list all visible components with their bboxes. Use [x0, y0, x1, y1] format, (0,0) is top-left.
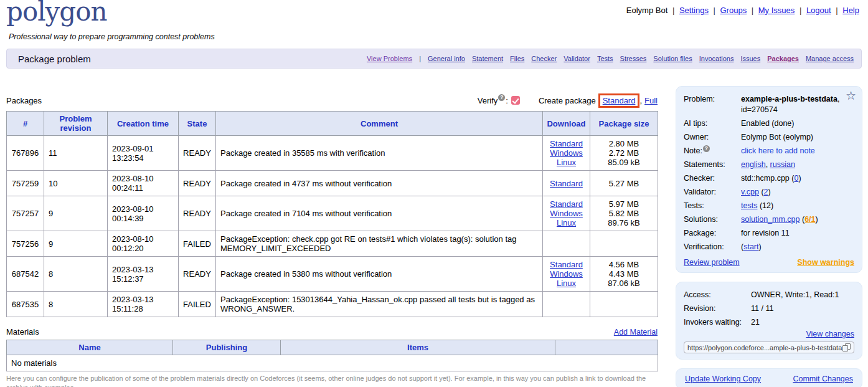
access-value: 11 / 11 — [751, 303, 773, 314]
download-windows-link[interactable]: Windows — [550, 269, 583, 279]
2-link[interactable]: 2 — [764, 188, 768, 196]
info-row: Tests:tests (12) — [684, 199, 854, 213]
info-label: Checker: — [684, 173, 741, 184]
package-size-cell: 2.80 MB2.72 MB85.09 kB — [590, 136, 658, 171]
start-link[interactable]: start — [743, 242, 758, 251]
polygon-page: polygon Professional way to prepare prog… — [0, 0, 868, 387]
my-issues-link[interactable]: My Issues — [758, 6, 795, 15]
download-standard-link[interactable]: Standard — [550, 179, 583, 188]
tab-issues[interactable]: Issues — [740, 55, 760, 62]
info-row: Verification:(start) — [684, 240, 854, 254]
nav-separator: | — [419, 55, 421, 62]
materials-toolbar-row: Materials Add Material — [6, 327, 658, 337]
update-working-copy-link[interactable]: Update Working Copy — [685, 375, 761, 383]
package-size-cell — [590, 292, 658, 317]
create-package-label: Create package — [539, 96, 596, 105]
main-content: Packages Verify?: Create package Standar… — [6, 91, 658, 387]
user-links: | Settings | Groups | My Issues | Logout… — [668, 6, 859, 15]
tab-statement[interactable]: Statement — [472, 55, 503, 62]
info-value: for revision 11 — [741, 228, 854, 239]
tab-checker[interactable]: Checker — [531, 55, 557, 62]
tab-validator[interactable]: Validator — [564, 55, 590, 62]
settings-link[interactable]: Settings — [679, 6, 709, 15]
help-icon[interactable]: ? — [498, 94, 505, 101]
logout-link[interactable]: Logout — [806, 6, 831, 15]
download-standard-link[interactable]: Standard — [550, 199, 583, 209]
access-label: Revision: — [684, 303, 751, 314]
column-header-problem-revision: Problem revision — [44, 112, 108, 136]
info-value: std::hcmp.cpp (0) — [741, 173, 854, 184]
tab-files[interactable]: Files — [510, 55, 524, 62]
download-linux-link[interactable]: Linux — [557, 158, 576, 167]
groups-link[interactable]: Groups — [720, 6, 747, 15]
tab-manage-access[interactable]: Manage access — [806, 55, 854, 62]
info-value: Eolymp Bot (eolymp) — [741, 132, 854, 143]
add-material-link[interactable]: Add Material — [614, 328, 658, 337]
comment-cell: Package created in 7104 ms without verif… — [216, 196, 543, 231]
materials-column-publishing: Publishing — [173, 340, 281, 355]
v-cpp-link[interactable]: v.cpp — [741, 188, 759, 196]
table-row: 75725692023-08-10 00:12:20FAILEDPackageE… — [7, 231, 658, 257]
column-header-download: Download — [543, 112, 590, 136]
comment-cell: PackageException: 153013644_Yahia_Hassan… — [216, 292, 543, 317]
access-label: Invokers waiting: — [684, 317, 751, 328]
view-problems-link[interactable]: View Problems — [367, 55, 412, 62]
download-cell — [543, 292, 590, 317]
download-cell: Standard — [543, 171, 590, 196]
revision-cell: 10 — [44, 171, 108, 196]
click-here-to-add-note-link[interactable]: click here to add note — [741, 146, 815, 155]
view-changes-link[interactable]: View changes — [806, 330, 854, 338]
creation-time-cell: 2023-09-01 13:23:54 — [108, 136, 179, 171]
user-name: Eolymp Bot — [626, 6, 668, 15]
info-value: click here to add note — [741, 146, 854, 156]
download-standard-link[interactable]: Standard — [550, 139, 583, 148]
package-id-cell: 757257 — [7, 196, 44, 231]
tab-invocations[interactable]: Invocations — [699, 55, 734, 62]
tab-solution-files[interactable]: Solution files — [653, 55, 692, 62]
download-linux-link[interactable]: Linux — [557, 218, 576, 227]
download-windows-link[interactable]: Windows — [550, 148, 583, 158]
package-id-cell: 687542 — [7, 257, 44, 292]
comment-cell: Package created in 4737 ms without verif… — [216, 171, 543, 196]
tests-link[interactable]: tests — [741, 201, 757, 210]
solution-mm-cpp-link[interactable]: solution_mm.cpp — [741, 215, 800, 224]
user-links-bar: Eolymp Bot | Settings | Groups | My Issu… — [626, 6, 859, 15]
info-row: AI tips:Enabled (done) — [684, 117, 854, 130]
create-standard-link[interactable]: Standard — [603, 96, 636, 105]
english-link[interactable]: english — [741, 160, 766, 169]
6-1-link[interactable]: 6/1 — [804, 215, 815, 224]
verify-checkbox[interactable] — [511, 96, 520, 105]
state-cell: READY — [179, 257, 216, 292]
polygon-logo: polygon — [6, 0, 107, 27]
help-link[interactable]: Help — [842, 6, 859, 15]
0-link[interactable]: 0 — [794, 174, 798, 183]
table-row: 68753582023-03-13 15:11:28FAILEDPackageE… — [7, 292, 658, 317]
package-id-cell: 757259 — [7, 171, 44, 196]
tab-tests[interactable]: Tests — [597, 55, 613, 62]
info-label: Solutions: — [684, 214, 741, 225]
download-standard-link[interactable]: Standard — [550, 260, 583, 269]
tab-stresses[interactable]: Stresses — [620, 55, 647, 62]
state-cell: FAILED — [179, 292, 216, 317]
download-cell: StandardWindowsLinux — [543, 257, 590, 292]
problem-url-box[interactable]: https://polygon.codeforce...ample-a-plus… — [684, 342, 854, 353]
info-label: Note:? — [684, 146, 741, 156]
download-linux-link[interactable]: Linux — [557, 279, 576, 288]
show-warnings-link[interactable]: Show warnings — [797, 258, 854, 267]
review-problem-link[interactable]: Review problem — [684, 258, 740, 267]
copy-icon[interactable] — [842, 343, 851, 351]
help-icon[interactable]: ? — [703, 145, 710, 152]
download-windows-link[interactable]: Windows — [550, 209, 583, 218]
star-icon[interactable]: ☆ — [846, 90, 856, 102]
tab-packages[interactable]: Packages — [767, 55, 799, 62]
commit-changes-link[interactable]: Commit Changes — [793, 375, 853, 383]
russian-link[interactable]: russian — [770, 160, 795, 169]
info-value: english, russian — [741, 160, 854, 170]
column-header-package-size: Package size — [590, 112, 658, 136]
package-size-cell: 5.97 MB5.82 MB89.76 kB — [590, 196, 658, 231]
create-full-link[interactable]: Full — [644, 96, 658, 105]
materials-footnote: Here you can configure the publication o… — [6, 374, 658, 387]
tab-general-info[interactable]: General info — [428, 55, 465, 62]
create-links-separator: , — [639, 96, 642, 105]
nav-links: View Problems | General infoStatementFil… — [367, 55, 854, 62]
